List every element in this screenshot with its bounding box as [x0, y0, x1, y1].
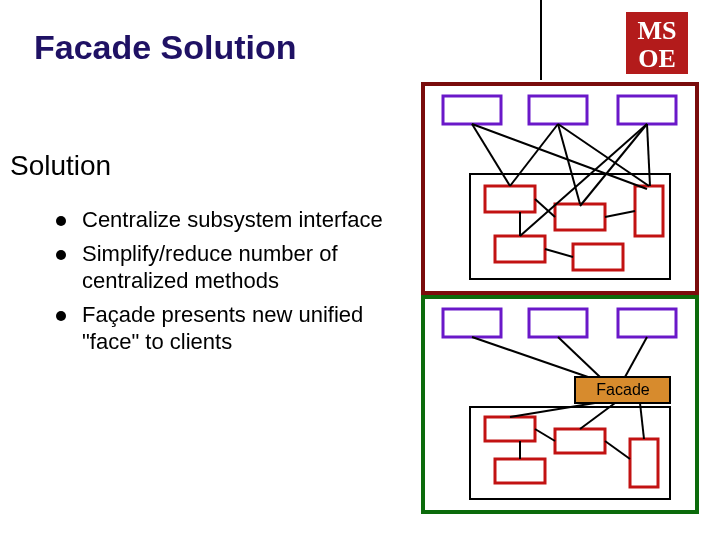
connector — [472, 337, 588, 377]
client-box — [618, 309, 676, 337]
subsystem-box — [555, 204, 605, 230]
client-box — [529, 309, 587, 337]
subsystem-box — [485, 186, 535, 212]
logo-line1: MS — [629, 17, 685, 45]
connector — [510, 403, 595, 417]
diagram-without-facade — [421, 82, 699, 295]
bullet-icon — [56, 311, 66, 321]
list-item-text: Centralize subsystem interface — [82, 206, 406, 234]
list-item: Simplify/reduce number of centralized me… — [56, 240, 406, 295]
connector — [625, 337, 647, 377]
client-box — [618, 96, 676, 124]
bullet-icon — [56, 216, 66, 226]
client-box — [443, 96, 501, 124]
subsystem-box — [630, 439, 658, 487]
client-box — [529, 96, 587, 124]
connector — [647, 124, 650, 186]
section-heading: Solution — [10, 150, 111, 182]
subsystem-box — [485, 417, 535, 441]
msoe-logo: MS OE — [626, 12, 688, 74]
logo-line2: OE — [629, 45, 685, 73]
bullet-list: Centralize subsystem interface Simplify/… — [56, 206, 406, 362]
connector — [640, 403, 644, 439]
subsystem-box — [635, 186, 663, 236]
client-box — [443, 309, 501, 337]
list-item: Centralize subsystem interface — [56, 206, 406, 234]
connector — [535, 429, 555, 441]
subsystem-box — [495, 459, 545, 483]
connector — [472, 124, 510, 186]
list-item-text: Simplify/reduce number of centralized me… — [82, 240, 406, 295]
connector — [605, 441, 630, 459]
diagram-with-facade: Facade — [421, 295, 699, 514]
connector — [558, 337, 600, 377]
header-divider — [540, 0, 542, 80]
subsystem-box — [555, 429, 605, 453]
facade-label: Facade — [596, 381, 649, 398]
connector — [605, 211, 635, 217]
subsystem-box — [573, 244, 623, 270]
list-item-text: Façade presents new unified "face" to cl… — [82, 301, 406, 356]
page-title: Facade Solution — [34, 28, 297, 67]
list-item: Façade presents new unified "face" to cl… — [56, 301, 406, 356]
connector — [510, 124, 558, 186]
connector — [545, 249, 573, 257]
subsystem-box — [495, 236, 545, 262]
bullet-icon — [56, 250, 66, 260]
